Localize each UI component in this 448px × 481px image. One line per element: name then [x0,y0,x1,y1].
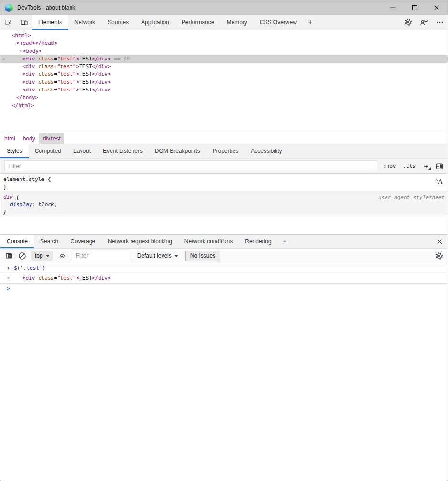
breadcrumb-item-div-test[interactable]: div.test [39,133,64,144]
drawer-tab-label: Search [40,238,58,245]
execution-context-selector[interactable]: top [31,251,53,261]
code-token: = [54,87,57,93]
dom-tree-row[interactable]: ▾<body> [0,48,448,55]
tab-memory[interactable]: Memory [221,15,254,30]
code-token: </div> [92,79,111,85]
css-colon: : [32,201,38,208]
styles-tab-styles[interactable]: Styles [0,144,29,158]
toggle-computed-sidebar-button[interactable] [435,162,444,170]
console-result-row[interactable]: <<div class="test">TEST</div> [0,273,448,284]
styles-filter-input[interactable] [4,160,377,171]
tab-label: Memory [227,19,247,26]
code-token: TEST [79,87,92,93]
new-style-rule-button[interactable]: + [421,162,431,170]
close-drawer-button[interactable] [431,235,448,248]
style-rule-user-agent[interactable]: div { display: block; } user agent style… [0,191,448,214]
tab-css-overview[interactable]: CSS Overview [254,15,303,30]
drawer-tab-label: Network request blocking [108,238,172,245]
live-expression-button[interactable] [58,252,67,260]
issues-counter-button[interactable]: No Issues [185,251,220,261]
title-bar: DevTools - about:blank [0,0,448,15]
style-rule-inline[interactable]: element.style { } AA [0,174,448,191]
tab-sources[interactable]: Sources [102,15,135,30]
inspect-element-button[interactable] [0,15,16,30]
code-token: <html> [12,32,31,39]
add-drawer-tab-button[interactable]: + [278,235,292,248]
dom-tree-row[interactable]: <div class="test">TEST</div> [0,63,448,70]
expand-arrow-icon[interactable]: ▾ [19,49,21,53]
open-brace: { [44,176,51,182]
settings-button[interactable] [400,15,416,30]
console-sidebar-button[interactable] [5,252,13,260]
clear-console-button[interactable] [18,252,26,260]
console-tabs: ConsoleSearchCoverageNetwork request blo… [0,235,278,248]
console-command-row[interactable]: >$('.test') [0,263,448,273]
add-panel-button[interactable]: + [303,15,317,30]
minimize-button[interactable] [382,0,404,15]
dom-tree-row[interactable]: </body> [0,94,448,101]
styles-tab-label: Accessibility [251,148,282,154]
dom-tree-row[interactable]: <div class="test">TEST</div> [0,86,448,94]
drawer-tab-coverage[interactable]: Coverage [64,235,102,248]
styles-tab-label: Computed [35,148,61,154]
drawer-tab-network-conditions[interactable]: Network conditions [178,235,239,248]
dom-tree-row[interactable]: <div class="test">TEST</div> [0,79,448,86]
drawer-tab-rendering[interactable]: Rendering [239,235,277,248]
code-token: <div [22,275,35,281]
styles-tab-event-listeners[interactable]: Event Listeners [97,144,149,158]
levels-label: Default levels [137,252,172,259]
row-options-icon[interactable]: ⋯ [2,55,5,63]
code-token: TEST [79,79,92,85]
maximize-icon [411,4,418,11]
device-toolbar-button[interactable] [16,15,32,30]
styles-tab-dom-breakpoints[interactable]: DOM Breakpoints [149,144,206,158]
gear-icon [404,18,412,26]
drawer-tab-network-request-blocking[interactable]: Network request blocking [102,235,178,248]
code-token: <div [22,63,35,70]
close-icon [436,238,443,245]
drawer-tab-search[interactable]: Search [34,235,64,248]
code-token: class [38,87,54,93]
drawer-tab-console[interactable]: Console [0,235,34,248]
log-levels-dropdown[interactable]: Default levels [135,251,180,261]
styles-tab-label: Properties [213,148,239,154]
breadcrumb-item-html[interactable]: html [0,133,19,144]
tab-application[interactable]: Application [135,15,175,30]
styles-tab-computed[interactable]: Computed [29,144,67,158]
styles-tab-layout[interactable]: Layout [67,144,97,158]
console-settings-button[interactable] [435,252,443,260]
styles-tab-label: Event Listeners [103,148,143,154]
styles-tab-label: Styles [7,148,22,154]
code-token: "test" [57,275,76,281]
console-filter-input[interactable] [72,251,130,261]
dom-tree-row[interactable]: <html> [0,32,448,40]
tab-label: Network [74,19,95,26]
breadcrumb-item-body[interactable]: body [19,133,39,144]
console-drawer-tab-bar: ConsoleSearchCoverageNetwork request blo… [0,234,448,249]
tab-label: Sources [108,19,129,26]
close-button[interactable] [426,0,448,15]
corner-caret-icon [428,167,431,170]
toggle-pseudo-state-button[interactable]: :hov [382,162,397,170]
toggle-element-classes-button[interactable]: .cls [402,162,417,170]
dom-tree-row[interactable]: </html> [0,102,448,110]
tab-elements[interactable]: Elements [32,15,68,30]
styles-tab-accessibility[interactable]: Accessibility [244,144,288,158]
code-token: <body> [23,48,42,54]
code-token: </div> [92,63,111,70]
more-options-button[interactable] [432,15,448,30]
eye-icon [58,252,67,260]
dom-tree-row[interactable]: <div class="test">TEST</div> [0,70,448,78]
styles-tab-properties[interactable]: Properties [206,144,245,158]
code-token: class [38,275,54,281]
tab-network[interactable]: Network [68,15,102,30]
dom-tree-row[interactable]: <head></head> [0,40,448,47]
result-chevron-icon: < [7,275,10,281]
console-prompt[interactable]: > [0,284,448,287]
feedback-button[interactable] [416,15,432,30]
styles-tab-label: Layout [73,148,91,154]
font-editor-icon[interactable]: AA [435,178,443,185]
maximize-button[interactable] [404,0,426,15]
dom-tree-row[interactable]: ⋯<div class="test">TEST</div> == $0 [0,55,448,63]
tab-performance[interactable]: Performance [175,15,221,30]
